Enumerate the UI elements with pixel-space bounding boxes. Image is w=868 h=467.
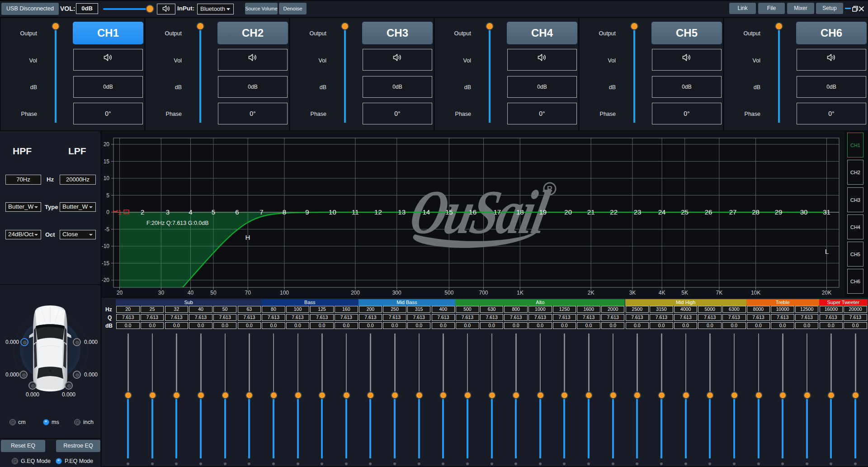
svg-text:L: L (825, 248, 829, 255)
svg-text:22: 22 (610, 208, 618, 216)
svg-text:300: 300 (392, 290, 401, 296)
svg-text:0: 0 (106, 209, 109, 215)
svg-text:14: 14 (422, 208, 430, 216)
svg-text:15: 15 (445, 208, 453, 216)
svg-text:1K: 1K (517, 290, 524, 296)
svg-text:29: 29 (775, 208, 783, 216)
svg-text:10: 10 (329, 208, 336, 216)
svg-text:8: 8 (283, 208, 286, 216)
svg-text:21: 21 (587, 208, 595, 216)
svg-text:50: 50 (210, 290, 217, 296)
svg-text:R: R (547, 185, 552, 193)
svg-text:7K: 7K (716, 290, 722, 296)
svg-text:700: 700 (479, 290, 488, 296)
svg-text:15: 15 (104, 158, 110, 165)
svg-text:7: 7 (259, 208, 263, 216)
svg-text:500: 500 (444, 290, 453, 296)
svg-text:28: 28 (752, 208, 760, 216)
svg-text:2K: 2K (588, 290, 594, 296)
svg-text:25: 25 (681, 208, 689, 216)
svg-text:4K: 4K (659, 290, 665, 296)
svg-text:10: 10 (104, 175, 110, 181)
svg-text:1: 1 (118, 208, 121, 216)
svg-text:-5: -5 (104, 226, 109, 233)
svg-text:30: 30 (800, 208, 808, 216)
svg-text:5K: 5K (681, 290, 688, 296)
svg-text:12: 12 (374, 208, 382, 216)
svg-text:4: 4 (189, 208, 192, 216)
svg-text:18: 18 (516, 208, 524, 216)
svg-text:20: 20 (564, 208, 572, 216)
svg-text:20K: 20K (822, 290, 831, 296)
svg-text:10K: 10K (751, 290, 760, 296)
svg-text:100: 100 (280, 290, 289, 296)
svg-text:26: 26 (705, 208, 712, 216)
svg-text:6: 6 (235, 208, 239, 216)
svg-text:20: 20 (104, 141, 110, 148)
svg-text:70: 70 (245, 290, 251, 296)
svg-text:5: 5 (106, 192, 109, 199)
svg-text:-15: -15 (102, 260, 109, 267)
svg-text:20: 20 (117, 290, 123, 296)
svg-text:F:20Hz Q:7.613 G:0.0dB: F:20Hz Q:7.613 G:0.0dB (146, 220, 209, 226)
svg-text:27: 27 (729, 208, 737, 216)
svg-text:31: 31 (823, 208, 830, 216)
svg-text:3: 3 (166, 208, 170, 216)
svg-text:-20: -20 (102, 277, 109, 283)
svg-text:17: 17 (493, 208, 501, 216)
svg-text:24: 24 (658, 208, 666, 216)
svg-text:23: 23 (634, 208, 642, 216)
svg-text:30: 30 (158, 290, 165, 296)
svg-text:9: 9 (305, 208, 309, 216)
svg-text:16: 16 (469, 208, 476, 216)
svg-text:H: H (245, 234, 250, 241)
svg-text:-10: -10 (102, 243, 109, 249)
svg-text:200: 200 (351, 290, 360, 296)
svg-text:11: 11 (352, 208, 359, 216)
svg-text:40: 40 (188, 290, 194, 296)
svg-text:5: 5 (212, 208, 215, 216)
svg-text:13: 13 (398, 208, 406, 216)
svg-text:3K: 3K (629, 290, 636, 296)
svg-text:2: 2 (141, 208, 144, 216)
svg-text:19: 19 (539, 208, 547, 216)
